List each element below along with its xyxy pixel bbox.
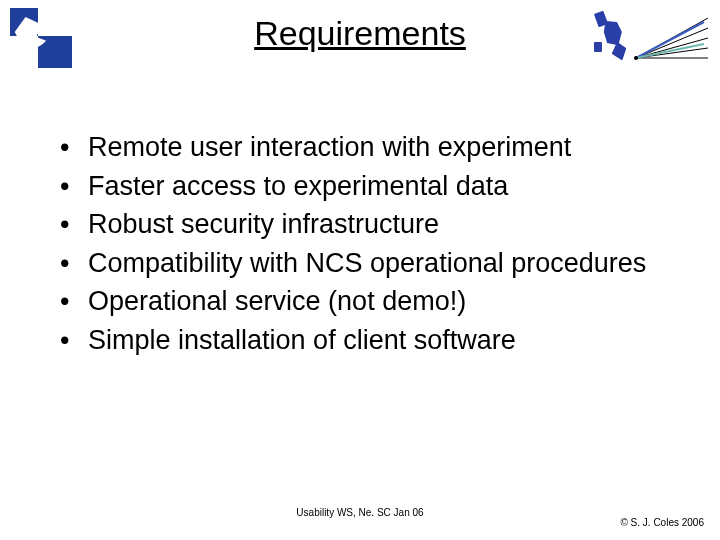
svg-point-7 bbox=[634, 56, 638, 60]
footer-right-text: © S. J. Coles 2006 bbox=[620, 517, 704, 528]
bullet-item: Remote user interaction with experiment bbox=[54, 130, 680, 165]
bullet-item: Simple installation of client software bbox=[54, 323, 680, 358]
bullet-item: Robust security infrastructure bbox=[54, 207, 680, 242]
bullet-item: Compatibility with NCS operational proce… bbox=[54, 246, 680, 281]
slide-title: Requirements bbox=[0, 14, 720, 53]
slide: Requirements Remote user interaction wit… bbox=[0, 0, 720, 540]
bullet-list: Remote user interaction with experiment … bbox=[54, 130, 680, 361]
footer-center-text: Usability WS, Ne. SC Jan 06 bbox=[0, 507, 720, 518]
bullet-item: Operational service (not demo!) bbox=[54, 284, 680, 319]
bullet-item: Faster access to experimental data bbox=[54, 169, 680, 204]
